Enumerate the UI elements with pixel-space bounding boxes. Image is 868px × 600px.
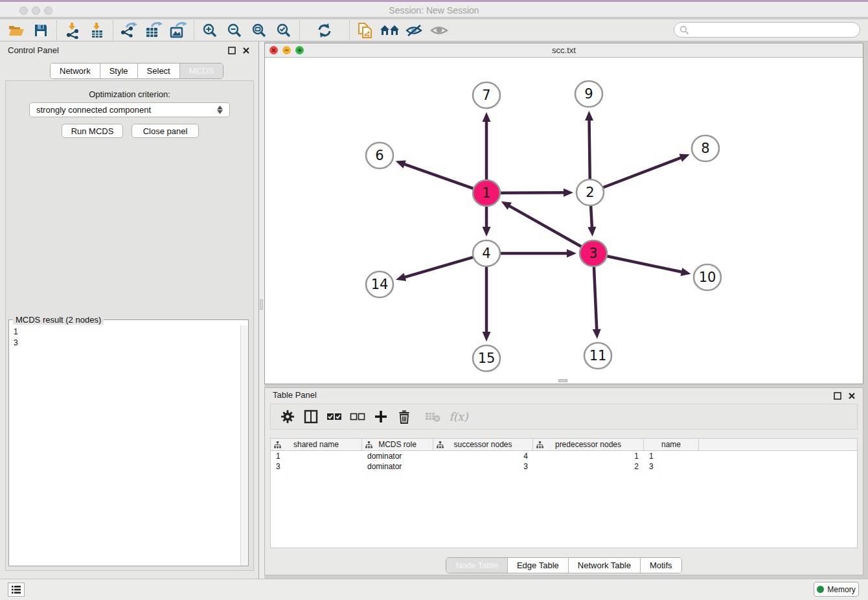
graph-edge-2-8[interactable] bbox=[603, 157, 682, 188]
graph-node-label: 8 bbox=[701, 141, 709, 156]
graph-edge-4-14[interactable] bbox=[404, 257, 473, 277]
apply-function-button: f(x) bbox=[444, 406, 473, 427]
zoom-out-icon[interactable] bbox=[222, 21, 247, 40]
graph-arrowhead bbox=[396, 273, 406, 281]
main-toolbar bbox=[0, 19, 868, 41]
hide-selected-icon[interactable] bbox=[402, 21, 427, 40]
zoom-in-icon[interactable] bbox=[198, 21, 222, 40]
tab-node-table[interactable]: Node Table bbox=[446, 558, 508, 573]
show-all-icon[interactable] bbox=[427, 21, 451, 40]
graph-edge-3-11[interactable] bbox=[594, 267, 597, 330]
graph-arrowhead bbox=[679, 154, 689, 162]
graph-node-15[interactable]: 15 bbox=[473, 345, 500, 371]
graph-node-6[interactable]: 6 bbox=[366, 143, 393, 168]
column-header-name[interactable]: name bbox=[644, 439, 699, 450]
refresh-layout-icon[interactable] bbox=[312, 21, 337, 40]
graph-edge-2-9[interactable] bbox=[589, 119, 590, 179]
graph-node-3[interactable]: 3 bbox=[580, 240, 607, 266]
show-home-icon[interactable] bbox=[378, 21, 402, 40]
column-layout-icon[interactable] bbox=[299, 406, 323, 427]
zoom-fit-icon[interactable] bbox=[247, 21, 271, 40]
deselect-all-icon[interactable] bbox=[346, 406, 369, 427]
criterion-dropdown[interactable]: strongly connected component bbox=[29, 102, 230, 117]
close-panel-icon[interactable] bbox=[242, 45, 251, 54]
column-header-shared-name[interactable]: shared name bbox=[271, 439, 362, 450]
tab-edge-table[interactable]: Edge Table bbox=[508, 558, 569, 573]
close-table-panel-icon[interactable] bbox=[848, 391, 856, 399]
node-table-header: shared name MCDS role successor nodes pr… bbox=[271, 439, 857, 451]
select-all-icon[interactable] bbox=[323, 406, 346, 427]
export-table-icon[interactable] bbox=[141, 21, 166, 40]
graph-edge-3-1[interactable] bbox=[508, 205, 582, 247]
graph-node-label: 9 bbox=[584, 86, 593, 102]
run-mcds-button[interactable]: Run MCDS bbox=[62, 124, 123, 138]
criterion-dropdown-value: strongly connected component bbox=[36, 105, 151, 115]
panel-splitter[interactable] bbox=[259, 41, 264, 579]
column-header-successor-nodes[interactable]: successor nodes bbox=[433, 439, 533, 450]
graph-node-14[interactable]: 14 bbox=[366, 271, 393, 297]
network-canvas[interactable]: 7968124314101511 bbox=[265, 58, 863, 384]
memory-button[interactable]: Memory bbox=[814, 582, 859, 597]
graph-node-9[interactable]: 9 bbox=[575, 81, 602, 107]
toolbar-separator bbox=[113, 21, 113, 40]
tab-network[interactable]: Network bbox=[51, 63, 100, 78]
import-network-icon[interactable] bbox=[60, 21, 85, 40]
delete-row-icon[interactable] bbox=[393, 406, 416, 427]
tab-network-table[interactable]: Network Table bbox=[569, 558, 641, 573]
graph-node-1[interactable]: 1 bbox=[473, 180, 500, 206]
graph-arrowhead bbox=[483, 332, 491, 341]
table-row[interactable]: 1 dominator 4 1 1 bbox=[271, 451, 857, 461]
duplicate-network-icon[interactable] bbox=[353, 21, 378, 40]
graph-node-8[interactable]: 8 bbox=[692, 135, 719, 161]
graph-node-label: 2 bbox=[586, 185, 594, 200]
result-scrollbar[interactable] bbox=[240, 325, 248, 566]
zoom-selected-icon[interactable] bbox=[271, 21, 296, 40]
graph-node-11[interactable]: 11 bbox=[584, 343, 611, 369]
graph-node-10[interactable]: 10 bbox=[694, 264, 721, 290]
graph-arrowhead bbox=[564, 189, 573, 197]
graph-arrowhead bbox=[567, 249, 577, 258]
export-network-icon[interactable] bbox=[117, 21, 141, 40]
column-header-predecessor-nodes[interactable]: predecessor nodes bbox=[533, 439, 644, 450]
float-table-panel-icon[interactable] bbox=[834, 391, 842, 399]
control-panel: Control Panel Network Style Select MCDS … bbox=[0, 41, 259, 579]
column-settings-icon[interactable] bbox=[276, 406, 299, 427]
open-session-icon[interactable] bbox=[4, 21, 29, 40]
toolbar-separator bbox=[299, 21, 300, 40]
network-window-title: scc.txt bbox=[265, 45, 863, 55]
tab-select[interactable]: Select bbox=[138, 63, 180, 78]
splitter-grip[interactable] bbox=[260, 299, 263, 310]
graph-node-label: 15 bbox=[478, 351, 496, 366]
table-row[interactable]: 3 dominator 3 2 3 bbox=[271, 461, 857, 472]
graph-edge-1-2[interactable] bbox=[500, 192, 565, 193]
graph-node-4[interactable]: 4 bbox=[473, 240, 500, 266]
graph-edge-2-3[interactable] bbox=[591, 206, 592, 228]
table-panel-title: Table Panel bbox=[273, 390, 317, 400]
float-panel-icon[interactable] bbox=[228, 45, 236, 54]
network-hscroll-thumb[interactable] bbox=[558, 379, 567, 382]
graph-node-2[interactable]: 2 bbox=[577, 179, 604, 205]
table-panel: Table Panel f(x) bbox=[264, 387, 863, 575]
app-title: Session: New Session bbox=[0, 5, 868, 16]
mcds-result-text[interactable]: 1 3 bbox=[10, 325, 240, 565]
graph-node-7[interactable]: 7 bbox=[473, 82, 500, 108]
tab-motifs[interactable]: Motifs bbox=[641, 558, 681, 573]
graph-arrowhead bbox=[396, 160, 406, 168]
graph-node-label: 1 bbox=[482, 185, 490, 201]
save-session-icon[interactable] bbox=[29, 21, 53, 40]
tab-style[interactable]: Style bbox=[100, 63, 138, 78]
add-row-icon[interactable] bbox=[369, 406, 393, 427]
table-toolbar: f(x) bbox=[270, 404, 858, 430]
fx-icon: f(x) bbox=[449, 410, 468, 423]
import-table-icon[interactable] bbox=[85, 21, 109, 40]
graph-edge-1-6[interactable] bbox=[404, 164, 474, 189]
memory-status-icon bbox=[817, 586, 824, 593]
export-image-icon[interactable] bbox=[166, 21, 190, 40]
search-input[interactable] bbox=[674, 22, 860, 38]
tab-mcds[interactable]: MCDS bbox=[180, 63, 223, 78]
close-panel-button[interactable]: Close panel bbox=[131, 124, 199, 138]
column-header-mcds-role[interactable]: MCDS role bbox=[362, 439, 433, 450]
task-history-button[interactable] bbox=[8, 583, 25, 597]
mcds-result-legend: MCDS result (2 nodes) bbox=[13, 315, 104, 325]
graph-edge-3-10[interactable] bbox=[607, 256, 683, 272]
